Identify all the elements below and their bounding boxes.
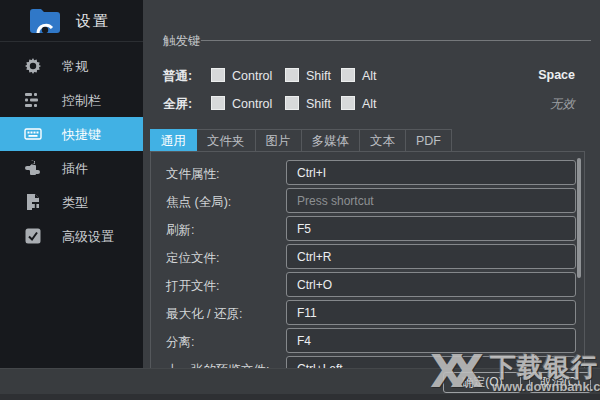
settings-window: 设置 常规 控制栏 快捷键 插件 <box>0 0 600 400</box>
trigger-row-normal: 普通: Control Shift Alt Space <box>163 68 583 84</box>
sidebar-item-label: 高级设置 <box>62 228 114 246</box>
tab-general[interactable]: 通用 <box>150 129 197 152</box>
shortcut-input-focus-global[interactable] <box>286 188 576 213</box>
checkbox-label: Shift <box>306 97 331 111</box>
trigger-key-value: 无效 <box>550 96 575 113</box>
window-bottom-edge <box>0 394 600 400</box>
shift-checkbox[interactable] <box>285 96 299 110</box>
field-row-refresh: 刷新: <box>151 216 584 242</box>
field-row-detach: 分离: <box>151 328 584 354</box>
tab-bar: 通用 文件夹 图片 多媒体 文本 PDF <box>150 129 452 152</box>
checkbox-label: Alt <box>362 69 377 83</box>
panel-scrollbar[interactable] <box>577 158 581 278</box>
field-row-file-properties: 文件属性: <box>151 160 584 186</box>
control-bar-icon <box>24 91 42 109</box>
gear-icon <box>24 57 42 75</box>
checkbox-icon <box>24 227 42 245</box>
checkbox-label: Shift <box>306 69 331 83</box>
footer-bar: 确定(O) 取消(C) <box>0 368 600 394</box>
trigger-row-fullscreen: 全屏: Control Shift Alt 无效 <box>163 96 583 112</box>
field-row-open-file: 打开文件: <box>151 272 584 298</box>
sidebar-item-advanced[interactable]: 高级设置 <box>0 219 143 253</box>
shortcut-input-refresh[interactable] <box>286 216 576 241</box>
field-label: 最大化 / 还原: <box>166 306 242 323</box>
field-label: 定位文件: <box>166 250 219 267</box>
field-label: 焦点 (全局): <box>166 194 231 211</box>
sidebar-item-label: 类型 <box>62 194 88 212</box>
trigger-key-value: Space <box>538 68 575 82</box>
control-checkbox[interactable] <box>211 96 225 110</box>
sidebar-item-label: 插件 <box>62 160 88 178</box>
alt-checkbox[interactable] <box>341 68 355 82</box>
keyboard-icon <box>24 125 42 143</box>
trigger-row-label: 普通: <box>163 68 192 85</box>
field-label: 文件属性: <box>166 166 219 183</box>
sidebar-item-plugins[interactable]: 插件 <box>0 151 143 185</box>
cancel-button[interactable]: 取消(C) <box>529 372 591 393</box>
sidebar-item-control-bar[interactable]: 控制栏 <box>0 83 143 117</box>
field-row-focus-global: 焦点 (全局): <box>151 188 584 214</box>
sidebar: 设置 常规 控制栏 快捷键 插件 <box>0 0 143 368</box>
field-label: 分离: <box>166 334 194 351</box>
app-folder-icon <box>28 7 62 35</box>
sidebar-header: 设置 <box>0 0 143 42</box>
checkbox-label: Control <box>232 97 272 111</box>
shift-checkbox[interactable] <box>285 68 299 82</box>
section-divider <box>201 40 591 41</box>
sidebar-item-label: 快捷键 <box>62 126 101 144</box>
field-row-locate-file: 定位文件: <box>151 244 584 270</box>
control-checkbox[interactable] <box>211 68 225 82</box>
checkbox-label: Control <box>232 69 272 83</box>
shortcut-input-locate-file[interactable] <box>286 244 576 269</box>
tab-pdf[interactable]: PDF <box>406 129 452 152</box>
file-type-icon <box>24 193 42 211</box>
trigger-section-title: 触发键 <box>163 33 201 50</box>
alt-checkbox[interactable] <box>341 96 355 110</box>
field-label: 打开文件: <box>166 278 219 295</box>
sidebar-item-label: 常规 <box>62 58 88 76</box>
ok-button[interactable]: 确定(O) <box>443 372 521 393</box>
page-title: 设置 <box>76 12 110 31</box>
main-panel: 触发键 普通: Control Shift Alt Space 全屏: Cont… <box>143 0 600 368</box>
shortcut-input-open-file[interactable] <box>286 272 576 297</box>
sidebar-item-label: 控制栏 <box>62 92 101 110</box>
shortcut-input-file-properties[interactable] <box>286 160 576 185</box>
sidebar-item-general[interactable]: 常规 <box>0 49 143 83</box>
field-label: 刷新: <box>166 222 194 239</box>
tab-image[interactable]: 图片 <box>256 129 302 152</box>
shortcuts-panel: 文件属性: 焦点 (全局): 刷新: 定位文件: 打开文件: 最大化 / 还原: <box>150 151 585 381</box>
shortcut-input-detach[interactable] <box>286 328 576 353</box>
shortcut-input-maximize-restore[interactable] <box>286 300 576 325</box>
checkbox-label: Alt <box>362 97 377 111</box>
tab-folder[interactable]: 文件夹 <box>197 129 256 152</box>
sidebar-item-types[interactable]: 类型 <box>0 185 143 219</box>
tab-text[interactable]: 文本 <box>360 129 406 152</box>
tab-media[interactable]: 多媒体 <box>302 129 361 152</box>
field-row-maximize-restore: 最大化 / 还原: <box>151 300 584 326</box>
trigger-row-label: 全屏: <box>163 96 192 113</box>
puzzle-icon <box>24 159 42 177</box>
sidebar-item-shortcuts[interactable]: 快捷键 <box>0 117 143 151</box>
